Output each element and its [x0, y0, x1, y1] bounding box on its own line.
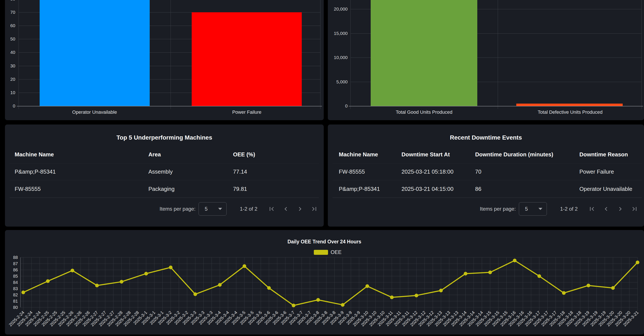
y-axis-tick-label: 85	[13, 274, 18, 278]
data-point	[414, 294, 418, 297]
table-cell: 70	[475, 168, 482, 176]
data-point	[316, 298, 320, 302]
last-page-button[interactable]	[631, 205, 638, 213]
table-cell: Power Failure	[580, 168, 614, 176]
column-header: Machine Name	[339, 150, 378, 158]
column-header: Downtime Reason	[580, 150, 628, 158]
data-point	[341, 303, 344, 307]
table-cell: 77.14	[233, 168, 247, 176]
y-axis-tick-label: 20	[5, 77, 15, 82]
data-point	[636, 260, 640, 264]
bar-total-defective-units-produced	[516, 104, 623, 106]
y-axis-tick-label: 87	[13, 261, 18, 266]
y-axis-tick-label: 10	[5, 90, 15, 95]
first-page-button[interactable]	[588, 205, 596, 213]
next-page-button[interactable]	[616, 205, 624, 213]
data-point	[292, 304, 295, 307]
table-cell: P&amp;P-85341	[339, 185, 380, 193]
table-cell: 86	[475, 185, 482, 193]
y-axis-tick-label: 86	[13, 268, 18, 272]
items-per-page-label: Items per page:	[480, 206, 516, 212]
y-axis-tick-label: 20,000	[328, 7, 348, 12]
data-point	[71, 268, 74, 272]
table-cell: 79.81	[233, 185, 247, 193]
y-axis-tick-label: 84	[13, 280, 18, 285]
underperforming-table-title: Top 5 Underperforming Machines	[5, 134, 324, 141]
column-header: Machine Name	[15, 150, 54, 158]
table-divider	[332, 198, 642, 198]
y-axis-tick-label: 81	[13, 299, 18, 304]
dashboard-page: { "colors": { "page_bg": "#000000", "car…	[0, 0, 644, 336]
data-point	[194, 292, 197, 296]
page-range-label: 1-2 of 2	[240, 206, 258, 212]
data-point	[390, 296, 394, 299]
table-divider	[10, 198, 319, 198]
bar-total-good-units-produced	[371, 0, 477, 106]
bar-operator-unavailable	[40, 0, 150, 106]
previous-page-button[interactable]	[602, 205, 610, 213]
y-axis-tick-label: 15,000	[328, 31, 348, 36]
chevron-down-icon	[218, 208, 222, 210]
table-cell: Operator Unavailable	[580, 185, 632, 193]
table-cell: Assembly	[148, 168, 173, 176]
y-axis-tick-label: 70	[5, 10, 15, 15]
data-point	[22, 290, 25, 294]
column-header: Downtime Duration (minutes)	[475, 150, 553, 158]
table-divider	[10, 163, 319, 164]
chart-title: Daily OEE Trend Over 24 Hours	[288, 239, 362, 244]
data-point	[242, 264, 246, 268]
table-cell: P&amp;P-85341	[15, 168, 56, 176]
y-axis-tick-label: 10,000	[328, 55, 348, 60]
items-per-page-select[interactable]: 5	[519, 202, 547, 216]
previous-page-button[interactable]	[282, 205, 290, 213]
data-point	[488, 270, 492, 274]
gridline	[642, 0, 642, 109]
bar-power-failure	[192, 12, 302, 106]
items-per-page-value: 5	[525, 206, 528, 212]
data-point	[169, 266, 172, 269]
y-axis-tick-label: 0	[5, 104, 15, 108]
data-point	[464, 272, 468, 276]
data-point	[267, 286, 271, 290]
gridline	[350, 0, 351, 109]
items-per-page-label: Items per page:	[160, 206, 196, 212]
x-axis-category-label: Power Failure	[182, 110, 312, 115]
legend-label[interactable]: OEE	[330, 249, 342, 255]
y-axis-tick-label: 5,000	[328, 80, 348, 84]
column-header: OEE (%)	[233, 150, 255, 158]
data-point	[439, 288, 443, 292]
table-cell: FW-85555	[15, 185, 41, 193]
first-page-button[interactable]	[268, 205, 276, 213]
y-axis-tick-label: 30	[5, 64, 15, 68]
y-axis-tick-label: 82	[13, 292, 18, 297]
x-axis-line	[349, 106, 643, 106]
last-page-button[interactable]	[310, 205, 318, 213]
items-per-page-value: 5	[205, 206, 208, 212]
y-axis-tick-label: 0	[328, 104, 348, 108]
data-point	[586, 284, 590, 287]
y-axis-tick-label: 88	[13, 255, 18, 260]
y-axis-tick-label: 83	[13, 286, 18, 291]
x-axis-category-label: Total Defective Units Produced	[506, 110, 635, 115]
page-range-label: 1-2 of 2	[560, 206, 578, 212]
y-axis-tick-label: 50	[5, 36, 15, 41]
gridline	[498, 0, 498, 109]
downtime-by-reason-chart-card: 01020304050607080Operator UnavailablePow…	[5, 0, 324, 120]
data-point	[95, 284, 99, 287]
data-point	[611, 286, 615, 290]
data-point	[46, 279, 50, 283]
oee-trend-chart-card: Daily OEE Trend Over 24 HoursOEE2025-2-2…	[5, 230, 644, 334]
table-divider	[332, 163, 642, 164]
data-point	[144, 272, 148, 276]
gridline	[320, 0, 320, 109]
table-cell: 2025-03-21 05:18:00	[402, 168, 454, 176]
table-divider	[10, 180, 319, 180]
table-divider	[332, 180, 642, 180]
items-per-page-select[interactable]: 5	[198, 202, 226, 216]
next-page-button[interactable]	[296, 205, 304, 213]
downtime-events-table-title: Recent Downtime Events	[328, 134, 644, 141]
y-axis-tick-label: 80	[5, 0, 15, 1]
column-header: Downtime Start At	[402, 150, 450, 158]
y-axis-tick-label: 60	[5, 23, 15, 28]
underperforming-paginator: Items per page: 5 1-2 of 2	[5, 200, 318, 218]
